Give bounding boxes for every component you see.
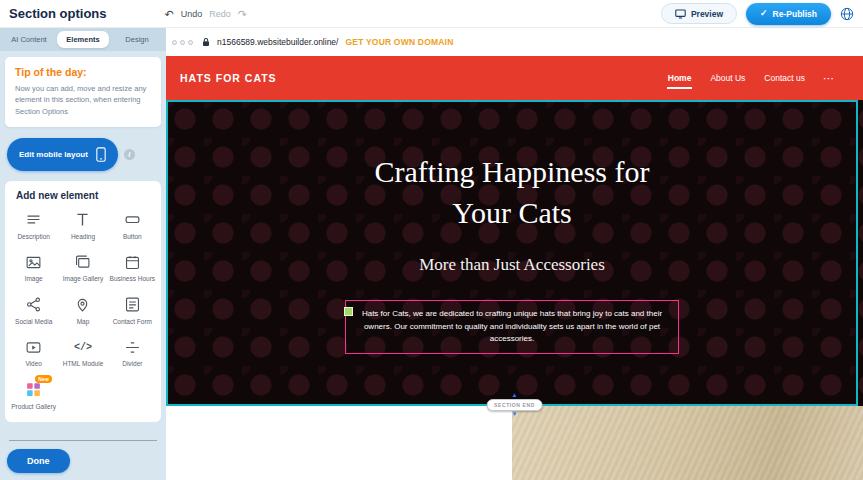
- element-label: Button: [123, 233, 142, 241]
- site-stage: n1566589.websitebuilder.online/ GET YOUR…: [166, 28, 863, 480]
- history-controls: ↶ Undo Redo ↷: [165, 9, 247, 19]
- site-url: n1566589.websitebuilder.online/: [217, 37, 338, 47]
- next-section-image[interactable]: [512, 406, 863, 480]
- nav-home[interactable]: Home: [667, 68, 693, 89]
- hero-subheading[interactable]: More than Just Accessories: [419, 255, 605, 275]
- nav-about-us[interactable]: About Us: [709, 68, 746, 89]
- info-icon[interactable]: i: [124, 149, 135, 160]
- preview-button-label: Preview: [691, 9, 723, 19]
- resize-down-icon: ▼: [512, 412, 518, 417]
- element-label: Image Gallery: [63, 275, 103, 283]
- element-html-module[interactable]: </> HTML Module: [59, 337, 106, 368]
- done-button[interactable]: Done: [7, 449, 70, 473]
- element-label: Product Gallery: [11, 403, 56, 411]
- nav-contact-us[interactable]: Contact us: [763, 68, 806, 89]
- element-business-hours[interactable]: Business Hours: [109, 252, 156, 283]
- image-gallery-icon: [74, 252, 91, 272]
- site-nav: Home About Us Contact us ⋯: [667, 68, 835, 89]
- nav-more-icon[interactable]: ⋯: [823, 74, 835, 82]
- redo-icon[interactable]: ↷: [238, 9, 247, 19]
- app-root: Section options ↶ Undo Redo ↷ Preview ✓ …: [0, 0, 863, 480]
- site-logo[interactable]: HATS FOR CATS: [180, 72, 277, 84]
- divider-icon: [124, 337, 141, 357]
- video-icon: [25, 337, 42, 357]
- element-heading[interactable]: Heading: [59, 210, 106, 241]
- republish-button[interactable]: ✓ Re-Publish: [746, 3, 831, 25]
- element-label: Image: [25, 275, 43, 283]
- sidebar-tabs: AI Content Elements Design: [0, 28, 166, 51]
- element-label: Business Hours: [110, 275, 156, 283]
- element-button[interactable]: Button: [109, 210, 156, 241]
- undo-button[interactable]: Undo: [181, 9, 203, 19]
- html-module-icon: </>: [74, 337, 92, 357]
- element-description[interactable]: Description: [10, 210, 57, 241]
- section-end-label: SECTION END: [486, 399, 543, 411]
- monitor-icon: [675, 9, 686, 19]
- browser-window-dots: [172, 40, 193, 45]
- element-grid: Description Heading Button Image Image G…: [10, 210, 156, 411]
- tab-elements[interactable]: Elements: [57, 31, 109, 48]
- element-image[interactable]: Image: [10, 252, 57, 283]
- phone-icon: [96, 147, 106, 162]
- section-end-handle[interactable]: ▲ SECTION END ▼: [486, 393, 543, 417]
- edit-mobile-layout-button[interactable]: Edit mobile layout: [7, 138, 118, 171]
- element-label: Divider: [122, 360, 142, 368]
- contact-form-icon: [124, 295, 141, 315]
- republish-button-label: Re-Publish: [773, 9, 817, 19]
- lock-icon: [202, 37, 210, 47]
- product-gallery-icon: New: [25, 380, 42, 400]
- add-element-title: Add new element: [16, 190, 156, 201]
- undo-icon[interactable]: ↶: [165, 9, 174, 19]
- hero-paragraph: Hats for Cats, we are dedicated to craft…: [357, 308, 667, 345]
- get-domain-link[interactable]: GET YOUR OWN DOMAIN: [345, 37, 453, 47]
- description-icon: [25, 210, 42, 230]
- add-element-panel: Add new element Description Heading Butt…: [5, 181, 161, 422]
- sidebar-divider: [9, 440, 157, 441]
- preview-button[interactable]: Preview: [661, 3, 737, 24]
- heading-icon: [74, 210, 91, 230]
- element-contact-form[interactable]: Contact Form: [109, 295, 156, 326]
- hero-heading[interactable]: Crafting Happiness for Your Cats: [347, 152, 677, 233]
- hero-section: Crafting Happiness for Your Cats More th…: [166, 100, 863, 406]
- element-product-gallery[interactable]: New Product Gallery: [10, 380, 57, 411]
- topbar: Section options ↶ Undo Redo ↷ Preview ✓ …: [0, 0, 863, 28]
- element-map[interactable]: Map: [59, 295, 106, 326]
- button-icon: [124, 210, 141, 230]
- element-label: Description: [17, 233, 50, 241]
- social-media-icon: [25, 295, 42, 315]
- site-preview: HATS FOR CATS Home About Us Contact us ⋯…: [166, 56, 863, 480]
- element-label: Social Media: [15, 318, 52, 326]
- globe-icon[interactable]: [840, 7, 854, 21]
- tip-title: Tip of the day:: [15, 66, 151, 78]
- section-selection-border: [166, 100, 858, 406]
- image-icon: [25, 252, 42, 272]
- element-label: Video: [25, 360, 42, 368]
- next-section: [166, 406, 863, 480]
- business-hours-icon: [124, 252, 141, 272]
- resize-up-icon: ▲: [512, 393, 518, 398]
- page-title: Section options: [9, 6, 107, 21]
- element-social-media[interactable]: Social Media: [10, 295, 57, 326]
- element-divider[interactable]: Divider: [109, 337, 156, 368]
- edit-mobile-layout-label: Edit mobile layout: [19, 150, 88, 159]
- element-label: Contact Form: [113, 318, 152, 326]
- sidebar: AI Content Elements Design Tip of the da…: [0, 28, 166, 480]
- redo-button[interactable]: Redo: [209, 9, 231, 19]
- hero-paragraph-box[interactable]: Hats for Cats, we are dedicated to craft…: [345, 300, 679, 353]
- element-image-gallery[interactable]: Image Gallery: [59, 252, 106, 283]
- site-header: HATS FOR CATS Home About Us Contact us ⋯: [166, 56, 863, 100]
- map-icon: [74, 295, 91, 315]
- browser-bar: n1566589.websitebuilder.online/ GET YOUR…: [166, 28, 863, 56]
- element-video[interactable]: Video: [10, 337, 57, 368]
- tip-card: Tip of the day: Now you can add, move an…: [5, 57, 161, 127]
- element-label: Heading: [71, 233, 95, 241]
- tab-design[interactable]: Design: [111, 31, 163, 48]
- element-label: Map: [77, 318, 90, 326]
- check-icon: ✓: [760, 9, 768, 18]
- tab-ai-content[interactable]: AI Content: [3, 31, 55, 48]
- element-label: HTML Module: [63, 360, 104, 368]
- new-badge: New: [35, 375, 52, 383]
- element-drag-handle[interactable]: [344, 307, 353, 316]
- tip-body: Now you can add, move and resize any ele…: [15, 83, 151, 117]
